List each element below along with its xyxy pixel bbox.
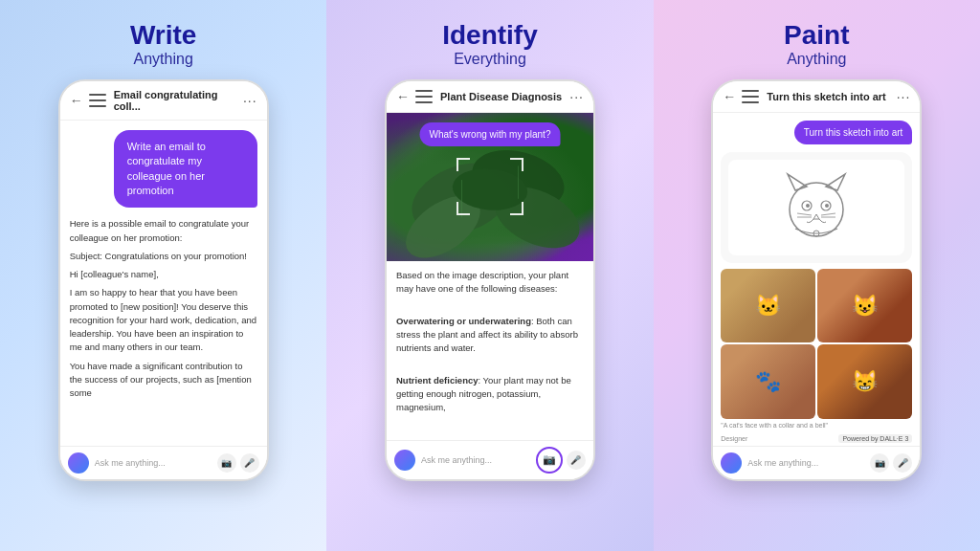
svg-line-15 (797, 213, 812, 215)
bullet-2-label: Nutrient deficiency (396, 375, 479, 386)
bullet-1-label: Overwatering or underwatering (396, 316, 531, 326)
write-bottom-bar: Ask me anything... 📷 🎤 (60, 446, 267, 479)
designer-credits-bar: Designer Powered by DALL·E 3 (713, 431, 920, 446)
write-para-4: You have made a significant contribution… (70, 360, 257, 401)
cat-caption: "A cat's face with a collar and a bell" (721, 422, 828, 429)
paint-bottom-bar: Ask me anything... 📷 🎤 (713, 446, 920, 479)
paint-bottom-icons: 📷 🎤 (870, 453, 912, 473)
paint-phone: ← Turn this sketch into art ··· Turn thi… (711, 79, 922, 481)
back-icon[interactable]: ← (70, 93, 83, 108)
ai-cat-4: 😸 (817, 344, 912, 419)
write-phone: ← Email congratulating coll... ··· Write… (58, 79, 269, 481)
menu-icon[interactable] (89, 94, 106, 107)
write-phone-header: ← Email congratulating coll... ··· (60, 81, 267, 121)
sketch-area (721, 152, 912, 263)
identify-user-bubble: What's wrong with my plant? (420, 122, 561, 146)
identify-header-title: Plant Disease Diagnosis (440, 91, 569, 102)
plant-image-area: What's wrong with my plant? (387, 113, 593, 261)
ai-cat-grid: 🐱 😺 🐾 😸 (721, 269, 912, 419)
ai-cat-3: 🐾 (721, 344, 815, 419)
identify-phone-header: ← Plant Disease Diagnosis ··· (387, 81, 593, 113)
back-icon-3[interactable]: ← (723, 89, 736, 104)
svg-marker-14 (813, 214, 819, 219)
camera-center-button[interactable]: 📷 (536, 447, 563, 474)
svg-line-17 (821, 213, 835, 215)
paint-phone-body: Turn this sketch into art (713, 113, 920, 446)
write-bottom-icons: 📷 🎤 (217, 453, 259, 473)
cat-sketch (728, 160, 904, 255)
write-phone-body: Write an email to congratulate my collea… (60, 121, 267, 446)
scan-corner-tr (510, 158, 523, 171)
mic-icon[interactable]: 🎤 (240, 453, 259, 473)
identify-subtitle: Everything (454, 51, 526, 68)
back-icon-2[interactable]: ← (396, 89, 410, 104)
write-user-bubble: Write an email to congratulate my collea… (114, 130, 257, 209)
write-title: Write (130, 21, 197, 51)
paint-phone-header: ← Turn this sketch into art ··· (713, 81, 920, 113)
dall-e-badge: Powered by DALL·E 3 (838, 434, 912, 443)
write-ai-text: Here is a possible email to congratulate… (70, 217, 257, 400)
paint-user-bubble: Turn this sketch into art (794, 121, 913, 144)
designer-bar: "A cat's face with a collar and a bell" (713, 419, 920, 431)
identify-bottom-bar: Ask me anything... 📷 🎤 (387, 440, 593, 479)
svg-point-7 (790, 183, 843, 236)
identify-title: Identify (442, 21, 538, 51)
ai-cat-2-inner: 😺 (817, 269, 912, 343)
app-logo-icon (68, 452, 89, 474)
svg-marker-8 (788, 174, 807, 190)
write-header-title: Email congratulating coll... (114, 89, 243, 112)
identify-bottom-icons: 📷 🎤 (536, 447, 586, 474)
ai-cat-2: 😺 (817, 269, 912, 343)
paint-header-title: Turn this sketch into art (767, 91, 896, 102)
cat-sketch-svg (778, 169, 855, 246)
identify-ai-response: Based on the image description, your pla… (387, 261, 593, 440)
more-options-icon[interactable]: ··· (243, 93, 257, 108)
svg-point-12 (806, 204, 810, 208)
ai-cat-3-inner: 🐾 (721, 344, 815, 419)
paint-title: Paint (784, 21, 849, 51)
designer-label: Designer (721, 435, 747, 442)
write-subtitle: Anything (134, 51, 193, 68)
camera-icon[interactable]: 📷 (217, 453, 236, 473)
write-panel: Write Anything ← Email congratulating co… (0, 0, 326, 551)
ai-cat-1: 🐱 (721, 269, 815, 343)
mic-icon-3[interactable]: 🎤 (893, 453, 912, 473)
svg-point-13 (825, 204, 829, 208)
app-logo-icon-2 (394, 450, 415, 471)
write-para-1: Subject: Congratulations on your promoti… (70, 250, 257, 263)
identify-phone: ← Plant Disease Diagnosis ··· (385, 79, 595, 481)
more-options-icon-3[interactable]: ··· (897, 89, 911, 104)
paint-panel: Paint Anything ← Turn this sketch into a… (654, 0, 980, 551)
identify-panel: Identify Everything ← Plant Disease Diag… (326, 0, 653, 551)
more-options-icon-2[interactable]: ··· (569, 89, 584, 104)
scan-corner-tl (457, 158, 470, 171)
write-para-2: Hi [colleague's name], (70, 268, 257, 281)
write-para-3: I am so happy to hear that you have been… (70, 286, 257, 354)
identify-ai-text: Based on the image description, your pla… (396, 269, 584, 415)
paint-input[interactable]: Ask me anything... (747, 458, 864, 468)
camera-icon-3[interactable]: 📷 (870, 453, 889, 473)
scan-corner-br (510, 202, 523, 215)
paint-subtitle: Anything (787, 51, 846, 68)
scan-corner-bl (457, 202, 470, 215)
mic-icon-2[interactable]: 🎤 (567, 451, 586, 470)
scan-frame (457, 158, 523, 215)
identify-intro: Based on the image description, your pla… (396, 269, 584, 297)
svg-marker-9 (826, 174, 845, 190)
ai-cat-4-inner: 😸 (817, 344, 912, 419)
identify-bullet-1: Overwatering or underwatering: Both can … (396, 315, 584, 356)
app-logo-icon-3 (721, 452, 742, 474)
write-para-0: Here is a possible email to congratulate… (70, 217, 257, 245)
ai-cat-1-inner: 🐱 (721, 269, 815, 343)
menu-icon-3[interactable] (742, 90, 759, 103)
write-ai-response: Here is a possible email to congratulate… (60, 217, 267, 445)
identify-bullet-2: Nutrient deficiency: Your plant may not … (396, 374, 584, 415)
identify-input[interactable]: Ask me anything... (421, 455, 530, 465)
menu-icon-2[interactable] (415, 90, 433, 103)
write-input[interactable]: Ask me anything... (95, 458, 212, 468)
